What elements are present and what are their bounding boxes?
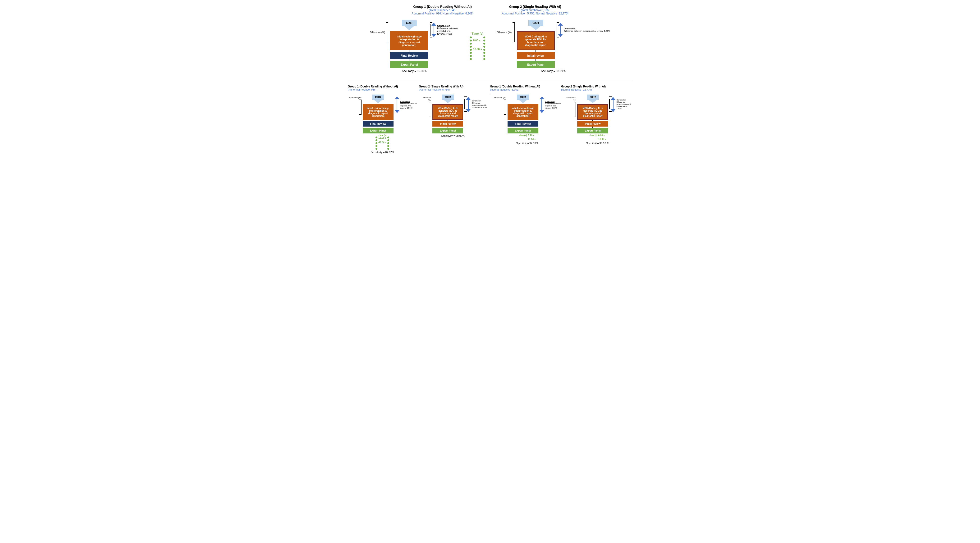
- top-g1-cxr: CXR: [402, 20, 417, 30]
- bottom-g2-abn-diagram: CXR MOM-ClaSeg AI to generate ROI, its b…: [418, 95, 487, 137]
- top-g1-final-review-box: Final Review: [390, 52, 428, 59]
- dot-col-g1abn-1: [375, 137, 377, 150]
- bottom-g1-abn-metric: Sensitivity = 87.07%: [371, 151, 394, 154]
- bottom-g1-abn-cxr-box: CXR: [372, 95, 384, 100]
- bottom-section: Group 1 (Double Reading Without AI) (Abn…: [348, 80, 632, 154]
- top-g1-initial-review-box: Initial review (Image interpretation & d…: [390, 31, 428, 50]
- top-g2-double-arrow: [558, 23, 563, 37]
- arrow-line: [434, 25, 434, 34]
- top-g2-conclusion-title: Conclusion: [564, 27, 575, 30]
- dot-col-1: [470, 37, 472, 60]
- top-time-val1: 8.00 s: [473, 39, 480, 42]
- top-g1-diff-left: Difference (%): [370, 20, 388, 42]
- bottom-g2-nor-initial-box: Initial review: [577, 121, 608, 127]
- bottom-g2-nor-subtitle: (Normal Negative=22,770): [561, 88, 632, 91]
- top-group-headers: Group 1 (Double Reading Without AI) (Tot…: [348, 5, 632, 15]
- bottom-diagrams-row: Difference (%) CXR Initial re: [348, 95, 632, 154]
- top-group2-title: Group 2 (Single Reading With AI): [502, 5, 568, 8]
- bottom-g2-abn-diff-label: Difference (%): [418, 97, 431, 101]
- top-time-label: Time (s): [471, 32, 484, 35]
- bottom-g2-nor-header: Group 2 (Single Reading With AI) (Normal…: [561, 85, 632, 91]
- bottom-g2-nor-boxes: CXR MOM-ClaSeg AI to generate ROI, its b…: [577, 95, 608, 133]
- top-g1-accuracy: Accuracy = 96.60%: [402, 70, 427, 73]
- bottom-g1-nor-cxr-arrow: [519, 100, 527, 103]
- bottom-g1-abn-conclusion: Conclusion Difference between expert & f…: [400, 100, 417, 109]
- top-g1-vline2: [409, 59, 409, 61]
- bottom-g1-nor-double-arrow: [539, 97, 544, 113]
- top-g1-diff-right: ConclusionDifference between expert & fi…: [430, 20, 458, 37]
- bottom-g1-nor-expert-box: Expert Panel: [508, 128, 538, 133]
- bottom-g1-nor-tv2: 12.54 s: [528, 138, 536, 141]
- bottom-g2-nor-cxr: CXR: [587, 95, 599, 103]
- top-group1-header: Group 1 (Double Reading Without AI) (Tot…: [412, 5, 473, 15]
- bottom-g1-nor-boxes: CXR Initial review (Image interpretation…: [508, 95, 538, 133]
- bottom-g2-nor-diff-left: Difference (%): [563, 95, 576, 117]
- bottom-g1-abn-double-arrow: [395, 97, 399, 113]
- bottom-g2-nor-diagram: CXR MOM-ClaSeg AI to generate ROI, its b…: [563, 95, 632, 144]
- bottom-g2-nor-diff-label: Difference (%): [563, 97, 576, 101]
- top-g2-header-row: CXR MOM-ClaSeg AI to generate ROI, its b…: [496, 20, 610, 68]
- bottom-g1-abn-header: Group 1 (Double Reading Without AI) (Abn…: [348, 85, 419, 91]
- top-g2-initial-review-box: Initial review: [517, 52, 555, 59]
- bottom-g1-abn-tv1: 12.06 s: [379, 137, 386, 139]
- arrow-up-icon: [431, 23, 436, 25]
- bottom-g1-abn-tv2: 49.84 s: [379, 141, 386, 144]
- bottom-g1-nor-metric: Specificity=97.89%: [516, 142, 538, 144]
- bottom-g1-abn-time-label: Time (s): [379, 134, 387, 137]
- bottom-g2-abn-cxr-box: CXR: [442, 95, 454, 100]
- bottom-g1-nor-diff-left: Difference (%): [493, 95, 506, 115]
- top-g2-accuracy: Accuracy = 98.09%: [541, 70, 566, 73]
- bottom-g2-abn-boxes: CXR MOM-ClaSeg AI to generate ROI, its b…: [433, 95, 463, 133]
- top-section: Group 1 (Double Reading Without AI) (Tot…: [348, 5, 632, 73]
- top-diagram-wrapper: Difference (%) CXR Initial re: [348, 20, 632, 73]
- top-g2-cxr-arrow: [531, 26, 541, 30]
- top-g1-conclusion-text: ConclusionDifference between expert & fi…: [437, 25, 458, 35]
- bottom-g2-nor-tv2: 12.54 s: [598, 138, 606, 141]
- bottom-g1-abn-diff-label: Difference (%): [348, 97, 361, 99]
- top-g2-vline1: [536, 50, 536, 52]
- top-g2-conclusion-text: Difference between expert & initial revi…: [564, 30, 610, 32]
- top-group1-title: Group 1 (Double Reading Without AI): [412, 5, 473, 8]
- bottom-g1-abn-subtitle: (Abnormal Positive=936): [348, 88, 419, 91]
- top-group2-header: Group 2 (Single Reading With AI) (Total …: [502, 5, 568, 15]
- bottom-g1-nor-title: Group 1 (Double Reading Without AI): [490, 85, 561, 88]
- bottom-g2-abn-cxr: CXR: [442, 95, 454, 103]
- bottom-g1-nor-subtitle: (Normal Negative=6,909): [490, 88, 561, 91]
- top-group2-subtitle: (Total number=28,526;: [502, 8, 568, 12]
- bottom-g1-abn-diff-right: Conclusion Difference between expert & f…: [395, 95, 417, 113]
- bottom-g1-nor-time-vals: 6.90 s 12.54 s: [528, 134, 536, 141]
- dot-col-2: [484, 37, 485, 60]
- bottom-g1-abn-title: Group 1 (Double Reading Without AI): [348, 85, 419, 88]
- top-g1-vline1: [409, 50, 409, 52]
- top-dashed-area: 8.00 s 17.66 s: [470, 37, 485, 60]
- bracket-r-bot: [430, 37, 433, 37]
- bottom-g1-abn-cxr: CXR: [372, 95, 384, 103]
- top-group1-subtitle: (Total Number=7,845;: [412, 8, 473, 12]
- bottom-g2-abn-expert-box: Expert Panel: [433, 128, 463, 133]
- top-group2-subtitle2: Abnormal Positive =5,756, Normal Negativ…: [502, 12, 568, 15]
- bottom-g2-abn-initial-box: Initial review: [433, 121, 463, 127]
- bottom-g1-nor-initial-box: Initial review (Image interpretation & d…: [508, 104, 538, 120]
- top-g2-cxr: CXR: [528, 20, 543, 30]
- bottom-g1-abn-diagram: Difference (%) CXR Initial re: [348, 95, 417, 154]
- top-time-values: 8.00 s 17.66 s: [473, 37, 482, 51]
- top-g2-ai-box: MOM-ClaSeg AI to generate ROI, its bound…: [517, 31, 555, 50]
- page-container: Group 1 (Double Reading Without AI) (Tot…: [348, 5, 632, 154]
- bottom-g2-abn-title: Group 2 (Single Reading With AI): [419, 85, 490, 88]
- top-g2-boxes: CXR MOM-ClaSeg AI to generate ROI, its b…: [517, 20, 555, 68]
- bottom-g1-nor-diff-right: Conclusion Difference between expert & f…: [539, 95, 562, 113]
- bottom-g2-nor-time-area: Time (s) 6.90 s 12.54 s: [589, 134, 606, 141]
- bottom-g1-nor-time-label: Time (s): [519, 134, 527, 137]
- bottom-g2-nor-darrow: [611, 97, 616, 111]
- bottom-g2-abn-conclusion: Conclusion Difference between expert & i…: [471, 100, 487, 108]
- bottom-g1-nor-cxr: CXR: [517, 95, 529, 103]
- top-g2-diff-left: Difference (%): [496, 20, 515, 42]
- bottom-g2-abn-ai-box: MOM-ClaSeg AI to generate ROI, its bound…: [433, 104, 463, 120]
- bottom-g2-abn-header: Group 2 (Single Reading With AI) (Abnorm…: [419, 85, 490, 91]
- top-g1-cxr-arrow: [404, 26, 414, 30]
- bottom-g2-nor-diff-right: Conclusion Difference between expert & i…: [609, 95, 632, 112]
- top-g1-cxr-box: CXR: [402, 20, 417, 26]
- bottom-g1-abn-time-vals: 12.06 s 49.84 s: [379, 137, 386, 144]
- bottom-g2-abn-metric: Sensitivity = 98.02%: [441, 134, 465, 137]
- dot-col-g1abn-2: [387, 137, 389, 150]
